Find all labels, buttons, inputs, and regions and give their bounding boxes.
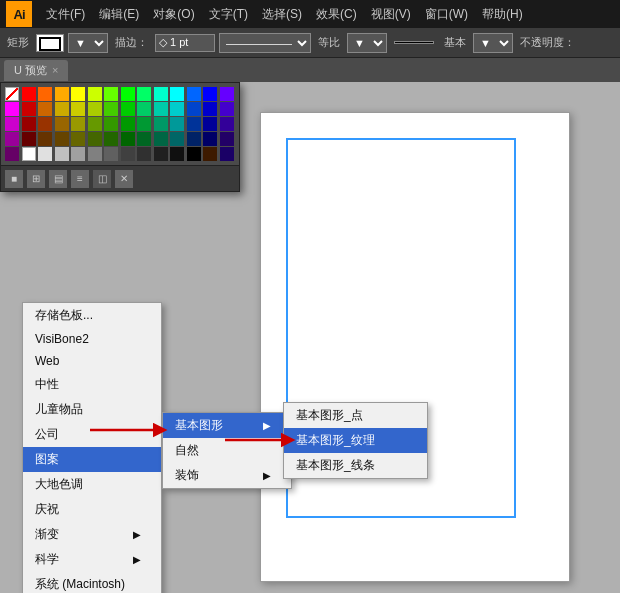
ratio-dropdown[interactable]: ▼: [347, 33, 387, 53]
swatch-cell[interactable]: [55, 102, 69, 116]
swatch-cell[interactable]: [154, 87, 168, 101]
stroke-dropdown[interactable]: ▼: [68, 33, 108, 53]
swatch-cell[interactable]: [220, 147, 234, 161]
swatch-cell[interactable]: [220, 132, 234, 146]
menu-help[interactable]: 帮助(H): [476, 4, 529, 25]
stroke-value-input[interactable]: [155, 34, 215, 52]
delete-swatch-button[interactable]: ✕: [115, 170, 133, 188]
tab-close-button[interactable]: ×: [52, 64, 58, 76]
swatch-cell[interactable]: [5, 132, 19, 146]
swatch-cell[interactable]: [88, 147, 102, 161]
swatch-cell[interactable]: [187, 117, 201, 131]
swatch-cell[interactable]: [187, 102, 201, 116]
swatch-cell[interactable]: [137, 147, 151, 161]
menu-item-visibone2[interactable]: VisiBone2: [23, 328, 161, 350]
swatch-cell[interactable]: [88, 117, 102, 131]
basic-dropdown[interactable]: ▼: [473, 33, 513, 53]
swatch-cell[interactable]: [154, 147, 168, 161]
menu-item-save-swatches[interactable]: 存储色板...: [23, 303, 161, 328]
menu-file[interactable]: 文件(F): [40, 4, 91, 25]
swatch-cell[interactable]: [187, 147, 201, 161]
swatch-cell[interactable]: [220, 87, 234, 101]
swatch-cell[interactable]: [38, 132, 52, 146]
menu-item-kids[interactable]: 儿童物品: [23, 397, 161, 422]
swatch-cell[interactable]: [170, 132, 184, 146]
swatch-cell[interactable]: [71, 132, 85, 146]
swatch-cell[interactable]: [137, 117, 151, 131]
swatch-cell[interactable]: [203, 87, 217, 101]
swatch-cell[interactable]: [137, 102, 151, 116]
swatch-cell[interactable]: [170, 87, 184, 101]
swatch-cell[interactable]: [22, 117, 36, 131]
swatch-cell[interactable]: [220, 117, 234, 131]
swatch-cell[interactable]: [71, 147, 85, 161]
swatch-cell[interactable]: [203, 102, 217, 116]
stroke-type-dropdown[interactable]: ——————: [219, 33, 311, 53]
menu-item-neutral[interactable]: 中性: [23, 372, 161, 397]
swatch-cell[interactable]: [104, 132, 118, 146]
swatch-cell[interactable]: [88, 132, 102, 146]
menu-item-web[interactable]: Web: [23, 350, 161, 372]
swatch-cell[interactable]: [71, 87, 85, 101]
menu-object[interactable]: 对象(O): [147, 4, 200, 25]
menu-item-earth-tones[interactable]: 大地色调: [23, 472, 161, 497]
swatch-cell[interactable]: [55, 117, 69, 131]
swatch-cell[interactable]: [22, 147, 36, 161]
swatch-cell[interactable]: [104, 102, 118, 116]
new-swatch-button[interactable]: ■: [5, 170, 23, 188]
swatch-cell[interactable]: [104, 117, 118, 131]
swatch-cell[interactable]: [121, 102, 135, 116]
menu-item-science[interactable]: 科学 ▶: [23, 547, 161, 572]
grid-view-button[interactable]: ⊞: [27, 170, 45, 188]
menu-effect[interactable]: 效果(C): [310, 4, 363, 25]
swatch-cell[interactable]: [22, 132, 36, 146]
swatch-cell[interactable]: [170, 102, 184, 116]
swatch-cell[interactable]: [55, 87, 69, 101]
swatch-cell[interactable]: [5, 102, 19, 116]
swatch-cell[interactable]: [38, 147, 52, 161]
submenu2-basic-texture[interactable]: 基本图形_纹理: [284, 428, 427, 453]
swatch-cell[interactable]: [71, 117, 85, 131]
stroke-color-box[interactable]: [36, 34, 64, 52]
menu-view[interactable]: 视图(V): [365, 4, 417, 25]
swatch-cell[interactable]: [38, 117, 52, 131]
swatch-cell[interactable]: [22, 102, 36, 116]
swatch-cell[interactable]: [121, 132, 135, 146]
swatch-cell[interactable]: [170, 147, 184, 161]
menu-text[interactable]: 文字(T): [203, 4, 254, 25]
swatch-cell[interactable]: [154, 102, 168, 116]
swatch-cell[interactable]: [71, 102, 85, 116]
submenu1-decoration[interactable]: 装饰 ▶: [163, 463, 291, 488]
swatch-cell[interactable]: [88, 87, 102, 101]
swatch-cell[interactable]: [137, 132, 151, 146]
swatch-cell[interactable]: [187, 132, 201, 146]
submenu2-basic-lines[interactable]: 基本图形_线条: [284, 453, 427, 478]
swatch-cell[interactable]: [121, 147, 135, 161]
list-view-button[interactable]: ▤: [49, 170, 67, 188]
menu-item-pattern[interactable]: 图案: [23, 447, 161, 472]
swatch-cell[interactable]: [203, 117, 217, 131]
swatch-cell[interactable]: [104, 147, 118, 161]
swatch-cell[interactable]: [38, 87, 52, 101]
menu-item-celebration[interactable]: 庆祝: [23, 497, 161, 522]
swatch-cell[interactable]: [5, 117, 19, 131]
menu-item-system-mac[interactable]: 系统 (Macintosh): [23, 572, 161, 593]
swatch-cell[interactable]: [170, 117, 184, 131]
menu-icon[interactable]: ≡: [71, 170, 89, 188]
swatch-cell[interactable]: [121, 117, 135, 131]
swatch-cell[interactable]: [187, 87, 201, 101]
menu-select[interactable]: 选择(S): [256, 4, 308, 25]
swatch-cell[interactable]: [220, 102, 234, 116]
swatch-cell[interactable]: [154, 117, 168, 131]
swatch-cell[interactable]: [154, 132, 168, 146]
swatch-cell[interactable]: [88, 102, 102, 116]
swatch-cell[interactable]: [203, 147, 217, 161]
swatch-cell[interactable]: [137, 87, 151, 101]
swatch-cell[interactable]: [38, 102, 52, 116]
menu-item-gradient[interactable]: 渐变 ▶: [23, 522, 161, 547]
swatch-cell[interactable]: [203, 132, 217, 146]
swatch-cell[interactable]: [22, 87, 36, 101]
swatch-cell[interactable]: [104, 87, 118, 101]
swatch-cell[interactable]: [55, 132, 69, 146]
swatch-group-button[interactable]: ◫: [93, 170, 111, 188]
